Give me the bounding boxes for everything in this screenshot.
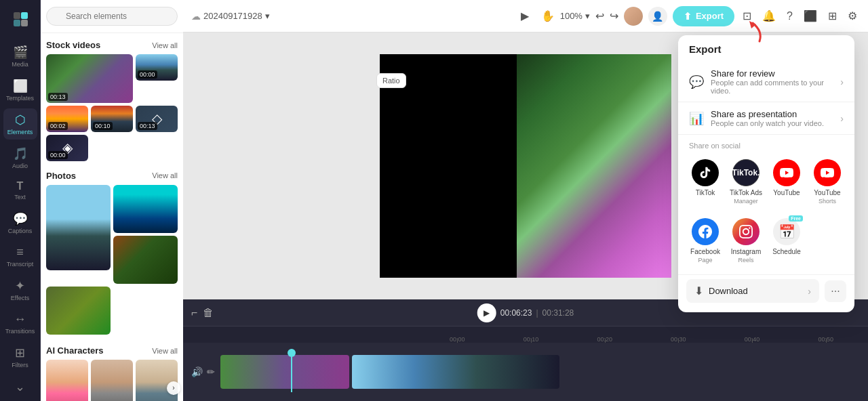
sidebar-item-audio[interactable]: 🎵 Audio — [3, 142, 37, 173]
export-dropdown: Export 💬 Share for review People can add… — [678, 35, 854, 312]
photo-thumb-ocean[interactable] — [113, 185, 178, 233]
sidebar-item-text[interactable]: T Text — [3, 176, 37, 205]
app-logo[interactable] — [7, 5, 34, 35]
sidebar-item-media[interactable]: 🎬 Media — [3, 41, 37, 72]
timeline-delete-icon[interactable]: 🗑 — [203, 307, 214, 319]
undo-button[interactable]: ↩ — [595, 9, 604, 22]
stock-videos-title: Stock videos — [46, 40, 100, 50]
share-review-title: Share for review — [711, 68, 833, 79]
captions-label: Captions — [8, 228, 33, 234]
social-tiktok-ads[interactable]: TikTok. TikTok Ads Manager — [727, 154, 765, 210]
sidebar-item-more[interactable]: ⌄ — [3, 375, 37, 398]
project-name[interactable]: ☁ 202409171928 ▾ — [191, 11, 270, 22]
video-thumb-deco[interactable]: ◇ 00:13 — [136, 106, 178, 132]
share-review-subtitle: People can add comments to your video. — [711, 79, 833, 95]
sidebar-item-templates[interactable]: ⬜ Templates — [3, 75, 37, 106]
photo-thumb-nature[interactable] — [46, 287, 111, 335]
social-instagram[interactable]: Instagram Reels — [727, 213, 765, 269]
toolbar-crop-button[interactable]: ⊡ — [740, 7, 754, 25]
toolbar-center: ▶ ✋ 100% ▾ ↩ ↪ — [514, 5, 618, 27]
download-button[interactable]: ⬇ Download › — [686, 279, 819, 303]
youtube-shorts-label: YouTube — [814, 189, 840, 196]
sidebar-item-filters[interactable]: ⊞ Filters — [3, 341, 37, 373]
char-thumb-2[interactable] — [91, 360, 133, 401]
photos-grid — [46, 185, 178, 335]
toolbar-layout-button[interactable]: ⊞ — [825, 7, 840, 25]
toolbar-share-button[interactable]: ⬛ — [801, 7, 820, 25]
track-controls: 🔊 ✏ — [189, 366, 218, 377]
toolbar-notifications-button[interactable]: 🔔 — [760, 7, 778, 25]
photo-thumb-city[interactable] — [46, 185, 111, 271]
video-thumb-deco2[interactable]: ◈ 00:00 — [46, 135, 88, 161]
media-label: Media — [12, 61, 28, 68]
social-facebook[interactable]: Facebook Page — [686, 213, 724, 269]
share-presentation-option[interactable]: 📊 Share as presentation People can only … — [678, 102, 854, 135]
redo-button[interactable]: ↪ — [610, 9, 618, 22]
sidebar-item-transitions[interactable]: ↔ Transitions — [3, 308, 37, 339]
media-icon: 🎬 — [13, 45, 28, 60]
user-avatar[interactable] — [624, 7, 643, 26]
clip-mountain[interactable] — [352, 355, 559, 389]
timeline-cut-icon[interactable]: ⌐ — [191, 307, 197, 319]
text-label: Text — [14, 194, 26, 200]
transitions-icon: ↔ — [14, 312, 26, 326]
track-volume-icon[interactable]: 🔊 — [191, 366, 203, 377]
ratio-button[interactable]: Ratio — [376, 73, 406, 88]
chars-next-arrow[interactable]: › — [167, 381, 180, 395]
toolbar-settings-button[interactable]: ⚙ — [845, 7, 860, 25]
ai-characters-view-all[interactable]: View all — [152, 347, 178, 355]
total-time: 00:31:28 — [542, 308, 574, 318]
social-youtube-shorts[interactable]: YouTube Shorts — [808, 154, 846, 210]
social-schedule[interactable]: 📅 Free Schedule — [768, 213, 806, 269]
share-review-icon: 💬 — [689, 75, 704, 89]
youtube-icon — [773, 159, 800, 186]
social-tiktok[interactable]: TikTok — [686, 154, 724, 210]
search-input[interactable] — [46, 7, 178, 26]
svg-rect-3 — [21, 20, 28, 26]
sidebar-item-elements[interactable]: ⬡ Elements — [3, 108, 37, 140]
sidebar-item-effects[interactable]: ✦ Effects — [3, 274, 37, 305]
download-arrow: › — [808, 286, 811, 297]
toolbar-left: ☁ 202409171928 ▾ — [191, 11, 509, 22]
elements-label: Elements — [7, 129, 33, 135]
share-presentation-title: Share as presentation — [711, 109, 824, 119]
timeline-ruler: 00:00 00:10 00:20 00:30 00:40 00:50 — [183, 326, 868, 343]
timeline-play-button[interactable]: ▶ — [477, 303, 496, 322]
photo-thumb-food[interactable] — [113, 236, 178, 284]
share-social-title: Share on social — [678, 135, 854, 154]
video-thumb-city[interactable]: 00:00 — [136, 54, 178, 81]
photos-view-all[interactable]: View all — [152, 171, 178, 180]
hand-tool-button[interactable]: ✋ — [541, 9, 555, 22]
redo-icon: ↪ — [610, 10, 618, 22]
play-button[interactable]: ▶ — [514, 5, 536, 27]
social-youtube[interactable]: YouTube — [768, 154, 806, 210]
stock-videos-view-all[interactable]: View all — [152, 41, 178, 49]
video-thumb-flower[interactable]: 00:13 — [46, 54, 133, 103]
sidebar-item-transcript[interactable]: ≡ Transcript — [3, 241, 37, 272]
toolbar-help-button[interactable]: ? — [784, 7, 795, 25]
ai-characters-section-header: AI Characters View all — [46, 339, 178, 360]
zoom-control[interactable]: 100% ▾ — [560, 11, 590, 21]
char-thumb-1[interactable] — [46, 360, 88, 401]
clip-flower[interactable] — [220, 355, 349, 389]
sidebar-item-captions[interactable]: 💬 Captions — [3, 207, 37, 238]
char-thumb-3[interactable] — [136, 360, 178, 401]
ruler-mark-5: 00:50 — [789, 336, 863, 343]
thumb-time-2: 00:00 — [138, 70, 157, 79]
left-panel: 🔍 Stock videos View all 00:13 00:00 — [41, 0, 183, 401]
video-thumb-mountain[interactable]: 00:10 — [91, 106, 133, 132]
share-review-option[interactable]: 💬 Share for review People can add commen… — [678, 62, 854, 102]
instagram-icon — [732, 218, 760, 245]
transitions-label: Transitions — [5, 328, 35, 335]
export-label: Export — [696, 11, 724, 21]
instagram-label: Instagram — [731, 248, 761, 255]
track-edit-icon[interactable]: ✏ — [207, 366, 215, 377]
download-more-button[interactable]: ··· — [825, 280, 846, 302]
export-button[interactable]: ⬆ Export — [673, 6, 734, 26]
playhead[interactable] — [291, 352, 292, 392]
more-dots-icon: ··· — [831, 285, 840, 297]
collaborators-button[interactable]: 👤 — [648, 7, 667, 26]
ruler-mark-1: 00:10 — [494, 336, 568, 343]
video-thumb-sunset[interactable]: 00:02 — [46, 106, 88, 132]
tiktok-ads-icon: TikTok. — [732, 159, 760, 186]
